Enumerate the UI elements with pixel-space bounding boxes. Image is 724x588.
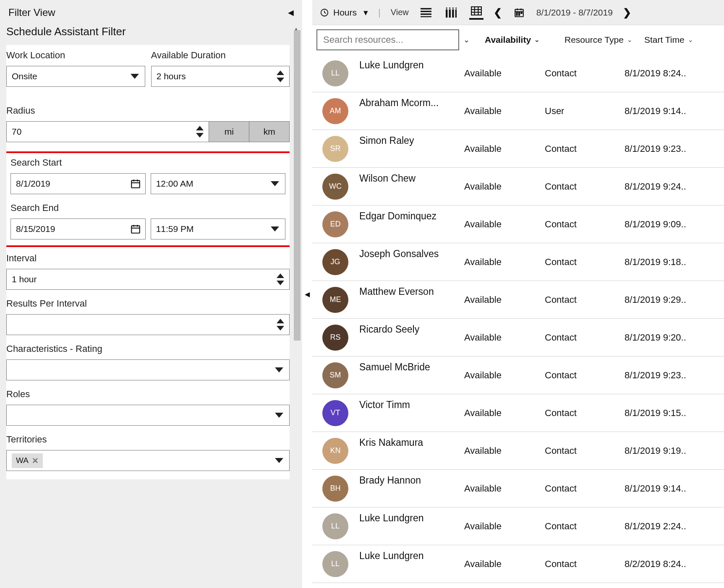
resource-row[interactable]: KN Kris Nakamura Available Contact 8/1/2… (312, 432, 724, 470)
resource-row[interactable]: AM Abraham Mcorm... Available User 8/1/2… (312, 92, 724, 130)
roles-select[interactable] (6, 405, 290, 426)
resource-type: Contact (545, 445, 625, 456)
resource-row[interactable]: VT Victor Timm Available Contact 8/1/201… (312, 394, 724, 432)
clock-icon (320, 8, 329, 17)
available-duration-label: Available Duration (151, 50, 290, 61)
resource-start-time: 8/1/2019 9:29.. (625, 294, 708, 305)
interval-select[interactable]: 1 hour (6, 269, 290, 290)
resource-type: Contact (545, 332, 625, 343)
territories-select[interactable]: WA ✕ (6, 450, 290, 471)
resource-name: Abraham Mcorm... (359, 92, 464, 109)
spinner-icon (277, 70, 284, 82)
chevron-down-icon (131, 74, 139, 79)
resource-row[interactable]: JG Joseph Gonsalves Available Contact 8/… (312, 243, 724, 281)
svg-rect-17 (452, 9, 454, 17)
resource-name: Kris Nakamura (359, 432, 464, 448)
resource-start-time: 8/1/2019 9:23.. (625, 143, 708, 154)
resource-type: User (545, 106, 625, 117)
calendar-button[interactable] (512, 5, 526, 20)
svg-rect-34 (521, 13, 522, 13)
svg-point-19 (446, 8, 447, 9)
resource-name: Edgar Dominquez (359, 206, 464, 222)
search-resources-input[interactable] (316, 29, 459, 50)
resource-start-time: 8/1/2019 9:15.. (625, 408, 708, 419)
resource-row[interactable]: LL Luke Lundgren Available Contact 8/1/2… (312, 507, 724, 545)
search-end-time-select[interactable]: 11:59 PM (151, 219, 286, 239)
chevron-down-icon: ▾ (363, 8, 368, 18)
calendar-icon (130, 178, 141, 189)
radius-unit-km[interactable]: km (249, 121, 290, 142)
resource-availability: Available (464, 559, 545, 570)
resource-row[interactable]: ME Matthew Everson Available Contact 8/1… (312, 281, 724, 319)
board-toolbar: Hours ▾ | View ❮ 8/1/2019 - 8/7/2019 ❯ (312, 0, 724, 25)
svg-rect-15 (446, 9, 447, 17)
results-per-interval-label: Results Per Interval (6, 298, 290, 309)
collapse-left-icon: ◀ (305, 290, 310, 298)
column-start-time[interactable]: Start Time ⌄ (644, 35, 720, 45)
date-range-text: 8/1/2019 - 8/7/2019 (536, 8, 613, 18)
list-view-button[interactable] (419, 5, 433, 20)
next-range-button[interactable]: ❯ (623, 7, 631, 18)
search-start-date-input[interactable]: 8/1/2019 (10, 173, 146, 194)
avatar: LL (322, 60, 348, 86)
radius-unit-mi[interactable]: mi (209, 121, 249, 142)
svg-rect-36 (519, 14, 520, 15)
results-per-interval-input[interactable] (6, 314, 290, 335)
avatar: ME (322, 287, 348, 313)
resource-start-time: 8/1/2019 9:18.. (625, 257, 708, 268)
territory-chip[interactable]: WA ✕ (12, 453, 43, 468)
avatar: BH (322, 476, 348, 502)
svg-rect-11 (421, 8, 431, 9)
radius-input[interactable]: 70 (6, 121, 209, 142)
svg-rect-13 (421, 13, 431, 15)
resource-row[interactable]: SM Samuel McBride Available Contact 8/1/… (312, 356, 724, 394)
resource-row[interactable]: LL Luke Lundgren Available Contact 8/1/2… (312, 55, 724, 92)
resource-row[interactable]: ED Edgar Dominquez Available Contact 8/1… (312, 206, 724, 243)
granularity-select[interactable]: Hours ▾ (320, 8, 368, 18)
resource-start-time: 8/2/2019 8:24.. (625, 559, 708, 570)
prev-range-button[interactable]: ❮ (494, 7, 502, 18)
spinner-icon (196, 126, 204, 138)
panel-resize-handle[interactable]: ◀ (302, 0, 312, 588)
resource-availability: Available (464, 370, 545, 381)
avatar: SM (322, 362, 348, 388)
work-location-select[interactable]: Onsite (6, 66, 145, 87)
column-resource-type[interactable]: Resource Type ⌄ (565, 35, 644, 45)
resource-type: Contact (545, 181, 625, 192)
resource-name: Joseph Gonsalves (359, 243, 464, 260)
search-resources-field[interactable] (323, 34, 452, 45)
search-dropdown-icon[interactable]: ⌄ (463, 35, 470, 44)
svg-rect-0 (131, 180, 140, 187)
collapse-panel-icon[interactable]: ◀ (288, 8, 294, 17)
resource-row[interactable]: BH Brady Hannon Available Contact 8/1/20… (312, 470, 724, 507)
resource-availability: Available (464, 181, 545, 192)
resource-row[interactable]: SR Simon Raley Available Contact 8/1/201… (312, 130, 724, 168)
resource-row[interactable]: LL Luke Lundgren Available Contact 8/2/2… (312, 545, 724, 583)
grid-body: LL Luke Lundgren Available Contact 8/1/2… (312, 55, 724, 583)
resource-row[interactable]: WC Wilson Chew Available Contact 8/1/201… (312, 168, 724, 206)
grid-view-button[interactable] (469, 5, 484, 20)
resource-type: Contact (545, 483, 625, 494)
column-availability[interactable]: Availability ⌄ (485, 35, 565, 45)
schedule-board: Hours ▾ | View ❮ 8/1/2019 - 8/7/2019 ❯ ⌄ (312, 0, 724, 588)
svg-point-22 (455, 8, 457, 9)
scrollbar[interactable]: ▴ (292, 26, 302, 588)
scrollbar-thumb[interactable] (294, 30, 301, 341)
column-view-button[interactable] (444, 5, 458, 20)
search-end-date-input[interactable]: 8/15/2019 (10, 219, 146, 239)
available-duration-select[interactable]: 2 hours (151, 66, 290, 87)
resource-start-time: 8/1/2019 9:14.. (625, 483, 708, 494)
avatar: AM (322, 98, 348, 124)
characteristics-select[interactable] (6, 359, 290, 380)
avatar: LL (322, 551, 348, 577)
chevron-down-icon: ⌄ (534, 36, 540, 44)
chevron-down-icon (275, 367, 283, 372)
resource-row[interactable]: RS Ricardo Seely Available Contact 8/1/2… (312, 319, 724, 356)
chip-remove-icon[interactable]: ✕ (32, 456, 39, 466)
spinner-icon (277, 319, 284, 330)
avatar: RS (322, 325, 348, 351)
avatar: WC (322, 174, 348, 200)
work-location-label: Work Location (6, 50, 145, 61)
search-start-time-select[interactable]: 12:00 AM (151, 173, 286, 194)
search-end-label: Search End (10, 203, 285, 213)
